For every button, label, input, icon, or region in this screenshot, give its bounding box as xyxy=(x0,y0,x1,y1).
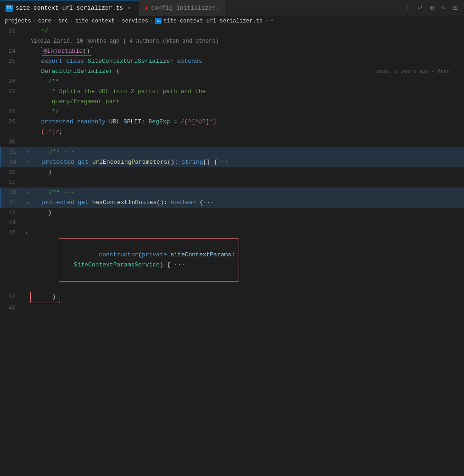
line-content-27b: query/fragment part xyxy=(30,97,464,107)
code-line-30: 30 xyxy=(0,137,464,147)
line-number-34: 34 xyxy=(1,157,24,167)
line-content-34: protected get urlEncodingParameters(): s… xyxy=(31,157,464,167)
line-content-36: } xyxy=(30,167,464,177)
fold-arrow-41[interactable]: › xyxy=(24,198,31,208)
breadcrumb: projects › core › src › site-context › s… xyxy=(0,16,464,26)
line-content-28: */ xyxy=(30,107,464,117)
line-content-47: } xyxy=(30,292,464,303)
breadcrumb-sep-5: › xyxy=(150,18,153,24)
code-line-29b: (.*)/; xyxy=(0,127,464,137)
line-content-41: protected get hasContextInRoutes(): bool… xyxy=(31,198,464,208)
line-number-30: 30 xyxy=(0,137,23,147)
line-number-31: 31 xyxy=(1,147,24,157)
code-line-31: 31 › /** ··· xyxy=(0,147,464,157)
back-icon[interactable]: ↩ xyxy=(416,1,424,14)
tab-site-context-url-serializer[interactable]: TS site-context-url-serializer.ts ✕ xyxy=(0,0,139,16)
code-line-25b: DefaultUrlSerializer { Stan, 3 years ago… xyxy=(0,66,464,77)
breadcrumb-site-context[interactable]: site-context xyxy=(75,18,115,24)
line-content-43: } xyxy=(30,208,464,218)
line-number-37: 37 xyxy=(0,177,23,188)
code-line-48: 48 xyxy=(0,303,464,313)
line-content-45: constructor(private siteContextParams: S… xyxy=(30,228,464,292)
line-content-27: * Splits the URL into 2 parts: path and … xyxy=(30,87,464,97)
code-area: 23 */ Nikola Zarić, 10 months ago | 4 au… xyxy=(0,26,464,476)
breadcrumb-sep-4: › xyxy=(117,18,120,24)
breadcrumb-src[interactable]: src xyxy=(58,18,68,24)
line-number-27: 27 xyxy=(0,87,23,97)
line-content-23: */ xyxy=(30,26,464,36)
line-content-29b: (.*)/; xyxy=(30,127,464,137)
breadcrumb-ts-icon: TS xyxy=(155,18,162,24)
line-content-29: protected readonly URL_SPLIT: RegExp = /… xyxy=(30,117,464,127)
code-line-28: 28 */ xyxy=(0,107,464,117)
line-number-23: 23 xyxy=(0,26,23,36)
line-number-24: 24 xyxy=(0,46,23,56)
tab-label: site-context-url-serializer.ts xyxy=(16,5,123,11)
line-number-45: 45 xyxy=(0,228,23,238)
breadcrumb-services[interactable]: services xyxy=(122,18,148,24)
line-number-47: 47 xyxy=(0,292,23,302)
code-line-37: 37 xyxy=(0,177,464,188)
code-line-41: 41 › protected get hasContextInRoutes():… xyxy=(0,198,464,208)
line-content-26: /** xyxy=(30,77,464,87)
line-number-29: 29 xyxy=(0,117,23,127)
line-number-36: 36 xyxy=(0,167,23,177)
forward-icon[interactable]: ↪ xyxy=(440,1,448,14)
line-number-28: 28 xyxy=(0,107,23,117)
code-line-45: 45 › constructor(private siteContextPara… xyxy=(0,228,464,292)
line-content-38: /** ··· xyxy=(31,188,464,198)
breadcrumb-current-file[interactable]: site-context-url-serializer.ts xyxy=(163,18,263,24)
branch-icon[interactable]: ⑂ xyxy=(404,2,412,14)
line-number-26: 26 xyxy=(0,77,23,87)
blame-25b: Stan, 3 years ago • feat xyxy=(372,66,464,77)
dot-icon[interactable]: ⊙ xyxy=(428,1,436,14)
code-line-24: 24 @Injectable() xyxy=(0,46,464,56)
angular-icon: ▲ xyxy=(145,4,148,11)
line-content-31: /** ··· xyxy=(31,147,464,157)
ts-icon: TS xyxy=(6,5,13,12)
fold-arrow-31[interactable]: › xyxy=(24,147,31,157)
line-number-41: 41 xyxy=(1,198,24,208)
breadcrumb-sep-1: › xyxy=(33,18,36,24)
line-number-48: 48 xyxy=(0,303,23,313)
breadcrumb-more-icon[interactable]: ⋯ xyxy=(269,17,273,24)
breadcrumb-projects[interactable]: projects xyxy=(5,18,31,24)
code-line-27b: query/fragment part xyxy=(0,97,464,107)
code-line-29: 29 protected readonly URL_SPLIT: RegExp … xyxy=(0,117,464,127)
fold-arrow-34[interactable]: › xyxy=(24,157,31,167)
line-number-44: 44 xyxy=(0,218,23,228)
breadcrumb-core[interactable]: core xyxy=(38,18,51,24)
line-number-38: 38 xyxy=(1,188,24,198)
line-content-24: @Injectable() xyxy=(30,46,464,56)
line-content-25: export class SiteContextUrlSerializer ex… xyxy=(30,56,464,66)
code-line-25: 25 export class SiteContextUrlSerializer… xyxy=(0,56,464,66)
code-line-38: 38 › /** ··· xyxy=(0,188,464,198)
line-content-25b: DefaultUrlSerializer { xyxy=(30,66,372,77)
code-line-23: 23 */ xyxy=(0,26,464,36)
code-line-36: 36 } xyxy=(0,167,464,177)
tab-close-button[interactable]: ✕ xyxy=(126,5,133,12)
tab-config-initializer[interactable]: ▲ config-initializer. xyxy=(139,0,225,16)
blame-line-24: Nikola Zarić, 10 months ago | 4 authors … xyxy=(0,36,464,46)
breadcrumb-sep-6: › xyxy=(264,18,268,24)
toolbar-right: ⑂ ↩ ⊙ ↪ ⊡ xyxy=(404,1,464,14)
editor: 23 */ Nikola Zarić, 10 months ago | 4 au… xyxy=(0,26,464,476)
breadcrumb-sep-2: › xyxy=(53,18,56,24)
tab-bar: TS site-context-url-serializer.ts ✕ ▲ co… xyxy=(0,0,464,16)
breadcrumb-sep-3: › xyxy=(70,18,73,24)
code-line-47: 47 } xyxy=(0,292,464,303)
fold-arrow-38[interactable]: › xyxy=(24,188,31,198)
line-number-25: 25 xyxy=(0,56,23,66)
code-line-34: 34 › protected get urlEncodingParameters… xyxy=(0,157,464,167)
code-line-43: 43 } xyxy=(0,208,464,218)
line-number-43: 43 xyxy=(0,208,23,218)
fold-arrow-45[interactable]: › xyxy=(23,228,30,238)
remote-icon[interactable]: ⊡ xyxy=(451,1,459,14)
code-line-44: 44 xyxy=(0,218,464,228)
blame-text: Nikola Zarić, 10 months ago | 4 authors … xyxy=(30,36,218,46)
code-line-26: 26 /** xyxy=(0,77,464,87)
code-line-27: 27 * Splits the URL into 2 parts: path a… xyxy=(0,87,464,97)
tab-label-2: config-initializer. xyxy=(151,5,219,11)
